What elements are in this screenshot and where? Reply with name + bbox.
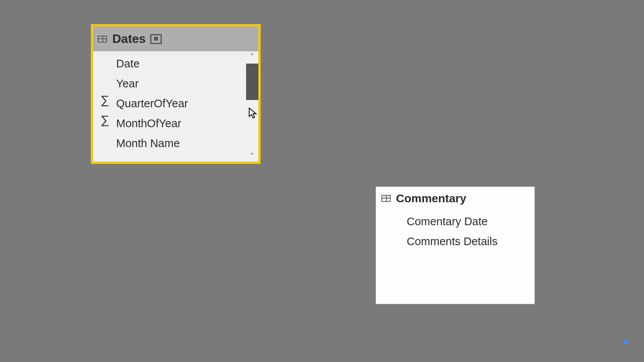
commentary-table-header[interactable]: Commentary [376, 187, 534, 210]
dates-table-card[interactable]: Dates Date Year ∑ [91, 24, 261, 164]
field-label: Month Name [116, 137, 180, 150]
field-commentary-date[interactable]: Comentary Date [376, 211, 534, 231]
field-monthofyear[interactable]: MonthOfYear [93, 113, 258, 133]
field-label: Date [116, 57, 140, 70]
field-label: QuarterOfYear [116, 97, 188, 110]
dates-field-list: Date Year ∑ QuarterOfYear ∑ [93, 51, 258, 162]
table-icon [98, 36, 107, 43]
sigma-icon: ∑ [100, 93, 110, 106]
scroll-thumb[interactable] [246, 64, 258, 100]
date-table-icon [150, 34, 162, 44]
scroll-down-icon[interactable]: ˅ [245, 152, 258, 161]
field-label: MonthOfYear [116, 117, 181, 130]
commentary-field-list: Comentary Date Comments Details [376, 210, 534, 253]
field-label: Comentary Date [407, 215, 488, 228]
field-year[interactable]: Year [93, 74, 258, 93]
field-comments-details[interactable]: Comments Details [376, 231, 534, 251]
model-canvas[interactable]: Dates Date Year ∑ [2, 2, 642, 360]
logo-icon: ✦ [619, 334, 633, 350]
field-monthname[interactable]: Month Name [93, 133, 258, 153]
field-label: Year [116, 77, 139, 90]
scroll-up-icon[interactable]: ˄ [245, 52, 258, 61]
table-icon [381, 195, 391, 202]
commentary-table-title: Commentary [396, 192, 466, 205]
dates-table-header[interactable]: Dates [93, 26, 258, 51]
sigma-icon: ∑ [100, 113, 110, 126]
field-label: Comments Details [407, 235, 498, 248]
field-date[interactable]: Date [93, 54, 258, 74]
dates-table-title: Dates [112, 32, 146, 46]
dates-scrollbar[interactable]: ˄ ˅ [245, 51, 258, 162]
commentary-table-card[interactable]: Commentary Comentary Date Comments Detai… [376, 187, 535, 304]
field-quarterofyear[interactable]: QuarterOfYear [93, 93, 258, 113]
